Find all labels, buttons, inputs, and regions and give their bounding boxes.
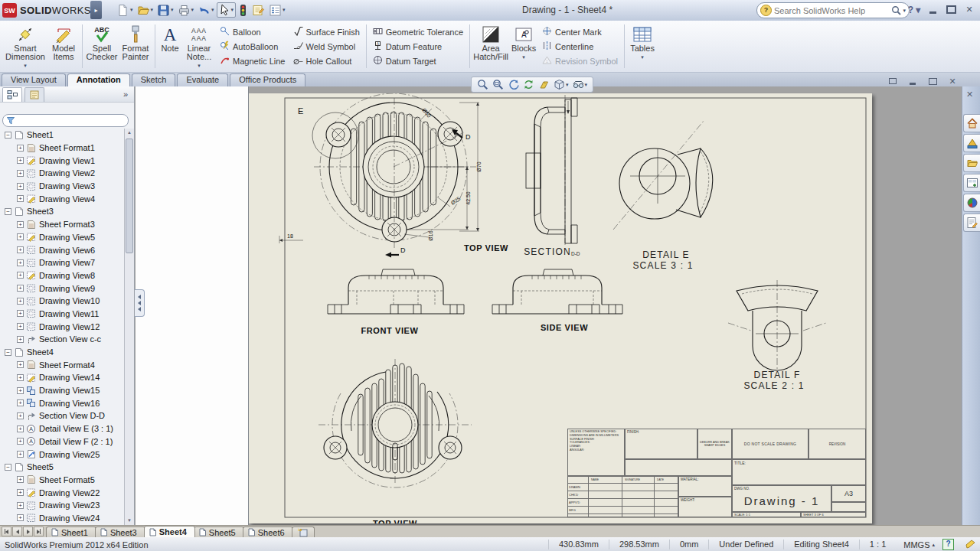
appearances-icon[interactable] — [963, 194, 980, 212]
tree-item[interactable]: +Drawing View10 — [0, 295, 124, 308]
drawing-sheet[interactable]: E D D Ø50 Ø70 42.50 Ø16 Ø25 18 TOP VIEW — [249, 93, 872, 523]
tree-item[interactable]: +Drawing View9 — [0, 282, 124, 295]
save-button[interactable]: ▾ — [155, 3, 175, 18]
expand-toggle[interactable]: + — [17, 387, 24, 394]
dropdown-icon[interactable]: ▾ — [130, 7, 133, 13]
help-button[interactable]: ? ▾ — [906, 3, 922, 16]
tree-item[interactable]: +Drawing View1 — [0, 154, 124, 167]
side-view[interactable] — [492, 269, 622, 314]
design-library-icon[interactable] — [963, 134, 980, 152]
area-hatch-fill-button[interactable]: AreaHatch/Fill — [472, 21, 509, 71]
expand-toggle[interactable]: + — [17, 514, 24, 521]
tree-item[interactable]: +Drawing View4 — [0, 192, 124, 205]
last-sheet-icon[interactable] — [34, 527, 44, 536]
previous-sheet-icon[interactable] — [12, 527, 22, 536]
expand-toggle[interactable]: + — [17, 157, 24, 164]
expand-toggle[interactable]: + — [17, 425, 24, 432]
tab-evaluate[interactable]: Evaluate — [177, 73, 228, 86]
dropdown-icon[interactable]: ▾ — [211, 7, 214, 13]
dropdown-icon[interactable]: ▾ — [171, 7, 174, 13]
expand-toggle[interactable]: + — [17, 259, 24, 266]
tab-annotation[interactable]: Annotation — [67, 73, 130, 86]
open-button[interactable]: ▾ — [136, 3, 155, 18]
tree-item[interactable]: +Drawing View11 — [0, 308, 124, 321]
tree-item[interactable]: +Drawing View6 — [0, 243, 124, 256]
weld-symbol-button[interactable]: Weld Symbol — [293, 40, 360, 53]
expand-toggle[interactable]: + — [17, 298, 24, 305]
dropdown-icon[interactable]: ▾ — [191, 7, 194, 13]
tree-item[interactable]: +Sheet Format5 — [0, 474, 124, 487]
minimize-button[interactable] — [925, 3, 940, 16]
display-style-icon[interactable]: ▾ — [554, 79, 569, 90]
file-properties-button[interactable]: ▾ — [267, 3, 287, 18]
expand-toggle[interactable]: − — [5, 208, 11, 215]
center-mark-button[interactable]: Center Mark — [542, 25, 618, 38]
dropdown-icon[interactable]: ▾ — [151, 7, 154, 13]
geometric-tolerance-button[interactable]: Geometric Tolerance — [373, 25, 463, 38]
tag-icon[interactable] — [965, 539, 976, 550]
top-view[interactable] — [279, 93, 479, 258]
custom-properties-icon[interactable] — [963, 214, 980, 232]
close-button[interactable]: ✕ — [962, 3, 977, 16]
dropdown-icon[interactable]: ▾ — [566, 82, 569, 88]
tree-scrollbar[interactable]: ▲ ▼ — [124, 129, 134, 525]
expand-toggle[interactable]: + — [17, 502, 24, 509]
tree-item[interactable]: +Drawing View24 — [0, 512, 124, 525]
tables-button[interactable]: Tables ▾ — [627, 21, 658, 71]
unit-system-dropdown[interactable]: MMGS▴ — [896, 540, 942, 549]
restore-button[interactable] — [943, 3, 959, 16]
previous-view-icon[interactable] — [508, 79, 519, 90]
expand-toggle[interactable]: + — [17, 399, 24, 406]
expand-toggle[interactable]: + — [17, 489, 24, 496]
tree-item[interactable]: +Drawing View12 — [0, 320, 124, 333]
detail-view-f[interactable] — [728, 280, 826, 370]
expand-toggle[interactable]: + — [17, 438, 24, 445]
zoom-to-fit-icon[interactable] — [477, 79, 488, 90]
new-file-button[interactable]: ▾ — [115, 3, 135, 18]
doc-maximize-icon[interactable] — [926, 76, 939, 86]
scroll-down-icon[interactable]: ▼ — [126, 517, 133, 525]
tab-sketch[interactable]: Sketch — [132, 73, 176, 86]
scroll-thumb[interactable] — [126, 139, 133, 253]
dropdown-icon[interactable]: ▾ — [198, 61, 201, 70]
status-help-icon[interactable]: ? — [942, 539, 954, 550]
tree-item[interactable]: +ADetail View F (2 : 1) — [0, 435, 124, 448]
expand-toggle[interactable]: + — [17, 170, 24, 177]
expand-toggle[interactable]: − — [5, 464, 11, 471]
centerline-button[interactable]: Centerline — [542, 40, 618, 53]
tab-office-products[interactable]: Office Products — [230, 73, 305, 86]
datum-target-button[interactable]: Datum Target — [373, 54, 463, 67]
dropdown-icon[interactable]: ▾ — [641, 53, 644, 61]
3d-drawing-view-icon[interactable] — [538, 79, 550, 90]
search-dropdown-icon[interactable]: ▾ — [903, 8, 906, 14]
spell-checker-button[interactable]: ABC SpellChecker — [85, 21, 119, 71]
doc-restore-icon[interactable] — [886, 76, 900, 86]
view-palette-icon[interactable] — [963, 174, 980, 192]
add-sheet-tab[interactable] — [292, 527, 315, 537]
bottom-view[interactable] — [318, 359, 472, 487]
tree-item[interactable]: +Drawing View8 — [0, 269, 124, 282]
expand-toggle[interactable]: + — [17, 233, 24, 240]
tree-item[interactable]: −Sheet1 — [0, 129, 124, 142]
expand-toggle[interactable]: + — [17, 361, 24, 368]
autoballoon-button[interactable]: AutoBalloon — [220, 40, 286, 53]
tree-item[interactable]: −Sheet4 — [0, 346, 124, 359]
tree-item[interactable]: +Section View c-c — [0, 333, 124, 346]
expand-toggle[interactable]: + — [17, 310, 24, 317]
hole-callout-button[interactable]: Hole Callout — [293, 54, 360, 67]
format-painter-button[interactable]: FormatPainter — [119, 21, 152, 71]
chevron-icon[interactable]: » — [123, 90, 128, 99]
expand-toggle[interactable]: + — [17, 336, 24, 343]
tree-item[interactable]: +Sheet Format3 — [0, 218, 124, 231]
expand-toggle[interactable]: + — [17, 451, 24, 458]
zoom-to-area-icon[interactable] — [492, 79, 504, 90]
expand-toggle[interactable]: + — [17, 145, 24, 152]
rotate-view-icon[interactable] — [523, 79, 534, 90]
detail-view-e[interactable] — [613, 121, 713, 230]
file-explorer-icon[interactable] — [963, 154, 980, 172]
magnetic-line-button[interactable]: Magnetic Line — [220, 54, 286, 67]
note-button[interactable]: A Note — [158, 21, 182, 71]
hide-show-items-icon[interactable]: ▾ — [573, 79, 588, 90]
datum-feature-button[interactable]: ADatum Feature — [373, 40, 463, 53]
tree-item[interactable]: +Drawing View22 — [0, 486, 124, 499]
